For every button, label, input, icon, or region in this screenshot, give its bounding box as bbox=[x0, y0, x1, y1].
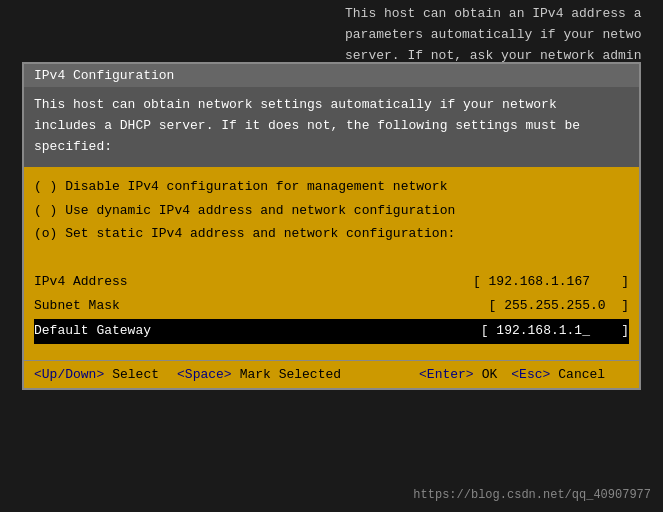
option-disable[interactable]: ( ) Disable IPv4 configuration for manag… bbox=[34, 175, 629, 198]
dialog-body: ( ) Disable IPv4 configuration for manag… bbox=[24, 167, 639, 359]
desc-line-2: includes a DHCP server. If it does not, … bbox=[34, 116, 629, 137]
option-static[interactable]: (o) Set static IPv4 address and network … bbox=[34, 222, 629, 245]
ipv4-config-dialog: IPv4 Configuration This host can obtain … bbox=[22, 62, 641, 390]
desc-line-1: This host can obtain network settings au… bbox=[34, 95, 629, 116]
dialog-description: This host can obtain network settings au… bbox=[24, 87, 639, 167]
action-select: Select bbox=[112, 367, 159, 382]
subnet-mask-label: Subnet Mask bbox=[34, 294, 234, 319]
action-cancel: Cancel bbox=[558, 367, 605, 382]
footer-bar: <Up/Down> Select <Space> Mark Selected <… bbox=[24, 360, 639, 388]
action-mark: Mark Selected bbox=[240, 367, 341, 382]
watermark: https://blog.csdn.net/qq_40907977 bbox=[413, 488, 651, 502]
radio-options-group: ( ) Disable IPv4 configuration for manag… bbox=[34, 175, 629, 245]
subnet-mask-input[interactable]: 255.255.255.0 bbox=[504, 298, 605, 313]
subnet-mask-row[interactable]: Subnet Mask [ 255.255.255.0 ] bbox=[34, 294, 629, 319]
desc-line-3: specified: bbox=[34, 137, 629, 158]
top-info-line-2: parameters automatically if your netwo bbox=[345, 25, 655, 46]
key-esc: <Esc> bbox=[511, 367, 550, 382]
key-space: <Space> bbox=[177, 367, 232, 382]
default-gateway-input[interactable]: 192.168.1.1_ bbox=[496, 323, 590, 338]
ipv4-address-row[interactable]: IPv4 Address [ 192.168.1.167 ] bbox=[34, 270, 629, 295]
ipv4-address-value: [ 192.168.1.167 ] bbox=[473, 270, 629, 295]
default-gateway-row[interactable]: Default Gateway [ 192.168.1.1_ ] bbox=[34, 319, 629, 344]
default-gateway-label: Default Gateway bbox=[34, 319, 234, 344]
dialog-title: IPv4 Configuration bbox=[34, 68, 174, 83]
key-updown: <Up/Down> bbox=[34, 367, 104, 382]
ipv4-address-input[interactable]: 192.168.1.167 bbox=[489, 274, 590, 289]
subnet-mask-value: [ 255.255.255.0 ] bbox=[489, 294, 629, 319]
top-info-line-1: This host can obtain an IPv4 address a bbox=[345, 4, 655, 25]
key-enter: <Enter> bbox=[419, 367, 474, 382]
default-gateway-value: [ 192.168.1.1_ ] bbox=[481, 319, 629, 344]
dialog-title-bar: IPv4 Configuration bbox=[24, 64, 639, 87]
screen: This host can obtain an IPv4 address a p… bbox=[0, 0, 663, 512]
network-fields: IPv4 Address [ 192.168.1.167 ] Subnet Ma… bbox=[34, 270, 629, 344]
action-ok: OK bbox=[482, 367, 498, 382]
option-dynamic[interactable]: ( ) Use dynamic IPv4 address and network… bbox=[34, 199, 629, 222]
ipv4-address-label: IPv4 Address bbox=[34, 270, 234, 295]
